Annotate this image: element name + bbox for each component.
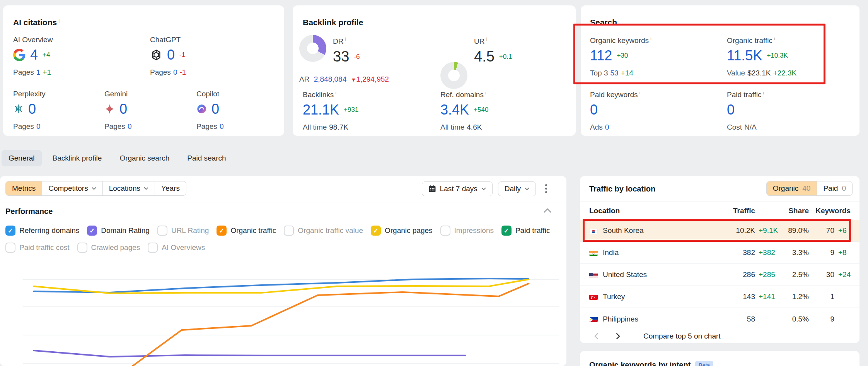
traffic-table-header: Location Traffic Share Keywords bbox=[580, 205, 859, 217]
ar-value[interactable]: 2,848,084 bbox=[314, 75, 347, 83]
tab-general[interactable]: General bbox=[2, 150, 42, 166]
copilot-icon bbox=[196, 104, 207, 114]
ref-domains-value[interactable]: 3.4K bbox=[440, 102, 469, 118]
info-icon[interactable]: i bbox=[345, 36, 346, 42]
toggle-paid[interactable]: Paid0 bbox=[817, 181, 852, 195]
chatgpt-delta: -1 bbox=[179, 51, 185, 59]
ads-value[interactable]: 0 bbox=[605, 123, 609, 131]
checkbox-impressions[interactable]: Impressions bbox=[440, 226, 494, 236]
checkbox-organic-traffic-value[interactable]: Organic traffic value bbox=[284, 226, 363, 236]
more-options-kebab-icon[interactable] bbox=[541, 181, 551, 196]
chatgpt-count[interactable]: 0 bbox=[167, 47, 175, 63]
copilot-metric: Copilot 0 Pages0 bbox=[196, 90, 223, 131]
info-icon[interactable]: i bbox=[650, 36, 651, 41]
perplexity-count[interactable]: 0 bbox=[28, 101, 36, 117]
info-icon[interactable]: i bbox=[485, 90, 486, 96]
flag-united-states-icon bbox=[589, 272, 598, 278]
table-row-india[interactable]: India 382 +382 3.3% 9 +8 bbox=[580, 242, 859, 264]
copilot-pages[interactable]: 0 bbox=[220, 122, 224, 130]
tab-paid-search[interactable]: Paid search bbox=[180, 150, 233, 166]
checkbox-paid-traffic[interactable]: ✓Paid traffic bbox=[501, 226, 550, 236]
chatgpt-pages[interactable]: 0 bbox=[173, 68, 177, 76]
dr-donut-chart bbox=[299, 35, 326, 62]
dr-value: 33 bbox=[333, 49, 349, 65]
paid-traffic-value[interactable]: 0 bbox=[727, 102, 735, 118]
info-icon[interactable]: i bbox=[58, 18, 60, 24]
top3-value[interactable]: 53 bbox=[610, 69, 618, 77]
flag-south-korea-icon bbox=[589, 228, 598, 234]
backlink-profile-title: Backlink profile bbox=[303, 18, 363, 27]
perplexity-pages[interactable]: 0 bbox=[36, 122, 41, 130]
checkbox-referring-domains[interactable]: ✓Referring domains bbox=[5, 226, 79, 236]
info-icon[interactable]: i bbox=[639, 90, 641, 96]
chevron-down-icon bbox=[144, 187, 148, 190]
paid-traffic-metric: Paid traffici 0 CostN/A bbox=[727, 90, 764, 132]
header-share: Share bbox=[788, 205, 809, 217]
segment-competitors[interactable]: Competitors bbox=[42, 181, 102, 195]
performance-chart[interactable] bbox=[23, 263, 559, 366]
backlinks-value[interactable]: 21.1K bbox=[303, 102, 339, 118]
checkbox-organic-pages[interactable]: ✓Organic pages bbox=[371, 226, 433, 236]
dr-metric: DRi 33-6 bbox=[333, 36, 360, 65]
date-range-button[interactable]: Last 7 days bbox=[422, 181, 493, 196]
previous-page-button[interactable] bbox=[589, 329, 603, 343]
table-row-south-korea[interactable]: South Korea 10.2K +9.1K 89.0% 70 +6 bbox=[580, 220, 859, 242]
ai-overview-pages[interactable]: 1 bbox=[36, 68, 41, 76]
flag-india-icon bbox=[589, 250, 598, 256]
gemini-count[interactable]: 0 bbox=[119, 101, 127, 117]
organic-traffic-metric: Organic traffici 11.5K+10.3K Value$23.1K… bbox=[727, 36, 796, 77]
checkbox-ai-overviews[interactable]: AI Overviews bbox=[148, 243, 205, 253]
calendar-icon bbox=[428, 185, 436, 193]
traffic-table-body: South Korea 10.2K +9.1K 89.0% 70 +6 Indi… bbox=[580, 220, 859, 330]
header-keywords: Keywords bbox=[815, 205, 851, 217]
keywords-link[interactable]: 1 bbox=[830, 286, 834, 308]
ai-overview-delta: +4 bbox=[43, 51, 50, 59]
flag-turkey-icon bbox=[589, 294, 598, 300]
metric-checkbox-row-2: Paid traffic cost Crawled pages AI Overv… bbox=[5, 242, 205, 253]
keywords-link[interactable]: 70 bbox=[826, 220, 834, 241]
performance-title: Performance bbox=[5, 207, 53, 216]
next-page-button[interactable] bbox=[611, 329, 625, 343]
header-traffic: Traffic bbox=[733, 205, 755, 217]
compare-top5-link[interactable]: Compare top 5 on chart bbox=[643, 332, 721, 340]
checkbox-paid-traffic-cost[interactable]: Paid traffic cost bbox=[5, 243, 70, 253]
perplexity-icon bbox=[13, 104, 24, 114]
info-icon[interactable]: i bbox=[763, 90, 764, 96]
segment-locations[interactable]: Locations bbox=[103, 181, 155, 195]
ai-overview-count[interactable]: 4 bbox=[30, 47, 38, 63]
table-row-philippines[interactable]: Philippines 58 0.5% 9 bbox=[580, 308, 859, 330]
collapse-section-button[interactable] bbox=[543, 208, 552, 215]
info-icon[interactable]: i bbox=[774, 36, 775, 41]
keywords-link[interactable]: 30 bbox=[826, 264, 834, 286]
info-icon[interactable]: i bbox=[486, 36, 487, 42]
granularity-button[interactable]: Daily bbox=[498, 181, 536, 196]
chevron-down-icon bbox=[481, 187, 486, 190]
info-icon[interactable]: i bbox=[335, 90, 336, 96]
triangle-down-icon: ▼ bbox=[351, 77, 356, 83]
checkbox-url-rating[interactable]: URL Rating bbox=[157, 226, 209, 236]
ur-metric: URi 4.5+0.1 bbox=[474, 36, 512, 65]
intent-card-title: Organic keywords by intent bbox=[589, 361, 691, 366]
check-icon: ✓ bbox=[219, 227, 224, 234]
segment-years[interactable]: Years bbox=[155, 181, 186, 195]
gemini-icon bbox=[104, 104, 115, 114]
tab-backlink-profile[interactable]: Backlink profile bbox=[46, 150, 109, 166]
organic-keywords-value[interactable]: 112 bbox=[590, 48, 612, 63]
chevron-down-icon bbox=[525, 187, 529, 190]
copilot-count[interactable]: 0 bbox=[211, 101, 219, 117]
table-row-turkey[interactable]: Turkey 143 +141 1.2% 1 bbox=[580, 286, 859, 308]
keywords-link[interactable]: 9 bbox=[830, 308, 834, 330]
segment-metrics[interactable]: Metrics bbox=[6, 181, 42, 195]
keywords-link[interactable]: 9 bbox=[830, 242, 834, 263]
toggle-organic[interactable]: Organic40 bbox=[767, 181, 817, 195]
checkbox-crawled-pages[interactable]: Crawled pages bbox=[77, 243, 140, 253]
backlinks-metric: Backlinksi 21.1K+931 All time98.7K bbox=[303, 90, 358, 132]
tab-organic-search[interactable]: Organic search bbox=[113, 150, 176, 166]
checkbox-organic-traffic[interactable]: ✓Organic traffic bbox=[217, 226, 276, 236]
organic-traffic-value[interactable]: 11.5K bbox=[727, 48, 762, 63]
gemini-pages[interactable]: 0 bbox=[128, 122, 132, 130]
paid-keywords-value[interactable]: 0 bbox=[590, 102, 598, 118]
ai-citations-card: AI citationsi AI Overview 4 +4 Pages1+1 … bbox=[3, 5, 284, 136]
table-row-united-states[interactable]: United States 286 +285 2.5% 30 +24 bbox=[580, 264, 859, 286]
checkbox-domain-rating[interactable]: ✓Domain Rating bbox=[87, 226, 150, 236]
